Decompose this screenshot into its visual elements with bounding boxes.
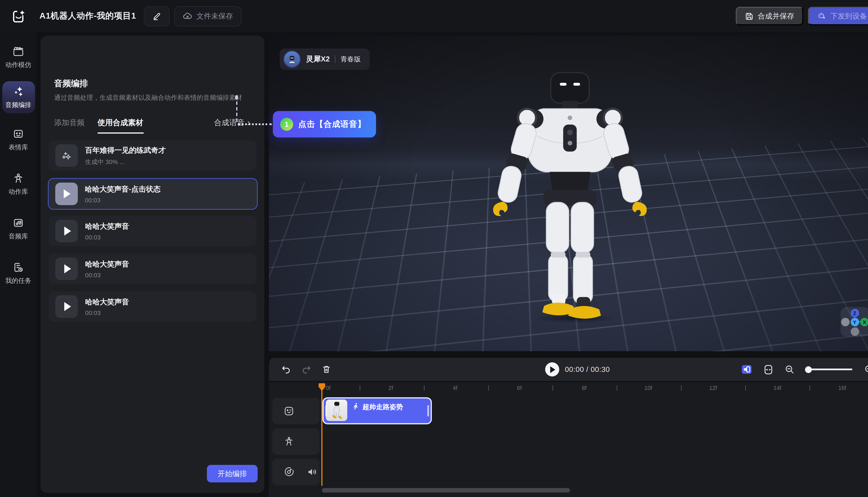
slider-knob[interactable] <box>805 366 812 373</box>
play-icon[interactable] <box>55 295 78 318</box>
audio-item-title: 哈哈大笑声音 <box>85 259 129 269</box>
sidebar-item-motion-mimic[interactable]: 动作模仿 <box>2 41 34 73</box>
guide-connector-horizontal <box>238 123 272 125</box>
ruler-label: 8f <box>582 385 586 391</box>
model-name: 灵犀X2 <box>306 54 330 64</box>
guide-connector-vertical <box>236 101 237 122</box>
sidebar-label: 动作模仿 <box>5 61 31 69</box>
audio-item-duration: 00:03 <box>85 272 129 278</box>
audio-disc-icon <box>283 467 294 478</box>
guide-connector-dot <box>235 95 238 100</box>
audio-item[interactable]: 哈哈大笑声音 00:03 <box>48 292 256 322</box>
redo-icon <box>302 365 311 374</box>
audio-item-title: 百年难得一见的练武奇才 <box>85 145 166 155</box>
panel-title: 音频编排 <box>54 78 88 89</box>
ruler-tick <box>745 385 746 390</box>
ruler-label: 10f <box>644 385 652 391</box>
model-chip[interactable]: 灵犀X2 青春版 <box>280 48 370 70</box>
undo-button[interactable] <box>281 365 291 374</box>
save-button[interactable]: 合成并保存 <box>736 7 803 25</box>
robot-face-icon <box>12 127 24 140</box>
play-icon[interactable] <box>55 183 78 205</box>
play-icon <box>550 366 555 373</box>
audio-item[interactable]: 哈哈大笑声音 00:03 <box>48 216 256 246</box>
gizmo-neg-z-handle[interactable] <box>851 327 859 336</box>
synthesize-voice-label: 合成语音 <box>214 118 244 128</box>
timeline-clip-motion[interactable]: 超帅走路姿势 <box>323 397 432 424</box>
delete-button[interactable] <box>322 365 331 374</box>
audio-item-status: 生成中 30% ... <box>85 158 166 166</box>
ruler-tick <box>424 385 424 390</box>
clip-left-handle[interactable] <box>325 405 327 416</box>
undo-icon <box>281 365 291 374</box>
axis-gizmo[interactable]: Z Y X <box>841 307 868 337</box>
chevron-right-icon: › <box>247 119 250 126</box>
timeline-zoom-slider[interactable] <box>806 369 852 370</box>
play-icon[interactable] <box>55 220 78 242</box>
synthesize-voice-link[interactable]: 合成语音 › <box>214 118 250 128</box>
start-arrange-button[interactable]: 开始编排 <box>207 465 257 482</box>
gizmo-x-handle[interactable]: X <box>860 318 868 326</box>
model-avatar <box>283 50 301 68</box>
wink-face-icon <box>283 406 294 416</box>
panel-description: 通过音频处理，生成音频素材以及融合动作和表情的音频编排素材 <box>54 94 253 102</box>
3d-viewport[interactable]: 灵犀X2 青春版 Z Y X <box>269 36 868 351</box>
ruler-tick <box>810 385 810 390</box>
zoom-out-icon[interactable] <box>785 365 794 374</box>
rename-button[interactable] <box>144 6 170 26</box>
time-display: 00:00 / 00:30 <box>565 365 610 374</box>
ruler-tick <box>681 385 682 390</box>
clip-thumbnail <box>326 399 347 421</box>
play-button[interactable] <box>545 362 559 377</box>
gizmo-y-handle[interactable]: Y <box>851 318 859 326</box>
sidebar: 动作模仿 音频编排 表情库 动作库 音频库 <box>0 32 37 497</box>
track-header-motion[interactable] <box>272 428 320 455</box>
sidebar-label: 音频编排 <box>5 101 31 109</box>
clip-width-icon[interactable] <box>764 364 773 374</box>
robot-model[interactable] <box>485 69 655 323</box>
timeline-controls: 00:00 / 00:30 <box>269 358 868 381</box>
timeline[interactable]: 0f 2f 4f 6f 8f 10f 12f 14f 16f <box>269 382 868 497</box>
audio-item-duration: 00:03 <box>85 234 129 241</box>
clip-label-text: 超帅走路姿势 <box>363 402 403 412</box>
track-header-expression[interactable] <box>272 398 320 424</box>
ruler-tick <box>617 385 617 390</box>
sidebar-label: 表情库 <box>9 143 28 152</box>
audio-item-generating[interactable]: 百年难得一见的练武奇才 生成中 30% ... <box>48 140 256 171</box>
gizmo-z-handle[interactable]: Z <box>851 309 859 317</box>
pencil-icon <box>152 12 162 20</box>
tab-add-audio[interactable]: 添加音频 <box>54 118 85 128</box>
sparkles-icon <box>12 85 25 97</box>
sidebar-label: 音频库 <box>9 232 28 241</box>
sidebar-item-motion-library[interactable]: 动作库 <box>2 168 34 200</box>
sparkle-icon <box>55 144 78 167</box>
deploy-to-device-button[interactable]: 下发到设备 <box>808 7 868 25</box>
fit-timeline-icon[interactable] <box>741 365 752 374</box>
active-tab-underline <box>98 132 144 133</box>
play-icon[interactable] <box>55 257 78 280</box>
audio-item-duration: 00:03 <box>85 309 129 316</box>
zoom-in-icon[interactable] <box>864 365 868 374</box>
clip-right-handle[interactable] <box>428 405 429 416</box>
sidebar-item-audio-arrange[interactable]: 音频编排 <box>2 81 34 113</box>
person-icon <box>283 436 294 447</box>
audio-item-duration: 00:03 <box>85 197 160 203</box>
music-box-icon <box>12 216 24 229</box>
save-icon <box>745 12 754 20</box>
speaker-icon[interactable] <box>307 467 318 478</box>
audio-item[interactable]: 哈哈大笑声音 00:03 <box>48 254 256 284</box>
sidebar-item-audio-library[interactable]: 音频库 <box>2 212 34 244</box>
ruler-tick <box>360 385 360 390</box>
sidebar-item-expression-library[interactable]: 表情库 <box>2 123 34 156</box>
save-button-label: 合成并保存 <box>758 11 794 21</box>
playhead-line <box>321 390 322 486</box>
redo-button[interactable] <box>302 365 311 374</box>
sidebar-item-my-tasks[interactable]: 我的任务 <box>2 257 34 289</box>
timeline-horizontal-scrollbar[interactable] <box>322 488 570 493</box>
gizmo-neg-x-handle[interactable] <box>841 318 850 326</box>
audio-item-selected[interactable]: 哈哈大笑声音-点击状态 00:03 <box>47 178 257 210</box>
guide-tooltip: 1 点击【合成语音】 <box>273 111 376 138</box>
sidebar-label: 动作库 <box>9 188 28 196</box>
track-header-audio[interactable] <box>272 459 320 485</box>
tab-use-synth-material[interactable]: 使用合成素材 <box>98 118 143 128</box>
